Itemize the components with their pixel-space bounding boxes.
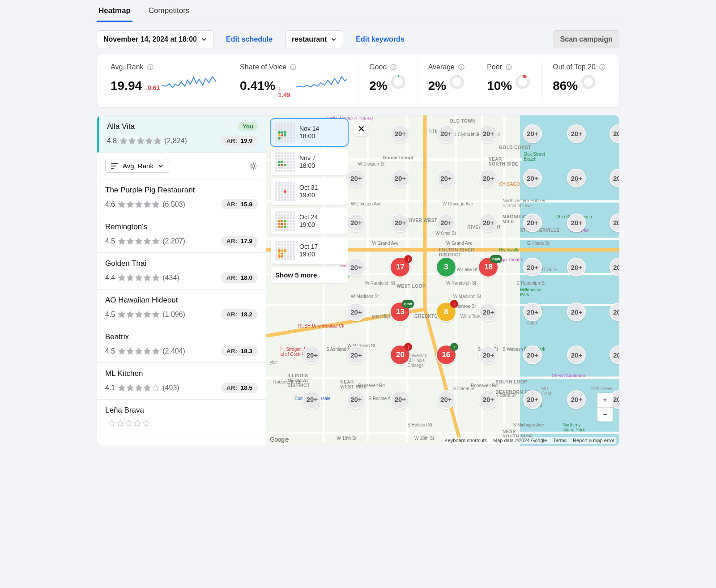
zoom-in-button[interactable]: + <box>597 393 613 407</box>
map-pin-out[interactable]: 20+ <box>391 169 409 187</box>
map-pin-out[interactable]: 20+ <box>347 258 366 277</box>
map-pin-out[interactable]: 20+ <box>523 169 542 187</box>
info-icon[interactable] <box>147 64 153 70</box>
business-list-item[interactable]: AO Hawaiian Hideout 4.5 (1,096) AR: 18.2 <box>97 290 266 326</box>
business-list-item[interactable]: Alla Vita You 4.8 (2,824) AR: 19.9 <box>97 115 266 153</box>
svg-point-9 <box>392 76 404 88</box>
map-pin-out[interactable]: 20+ <box>523 390 542 409</box>
zoom-out-button[interactable]: − <box>597 407 613 422</box>
map-footer: Keyboard shortcuts Map data ©2024 Google… <box>443 437 616 444</box>
map-pin-out[interactable]: 20+ <box>391 390 409 409</box>
terms-link[interactable]: Terms <box>553 438 567 443</box>
map-pin-out[interactable]: 20+ <box>567 345 586 364</box>
map-pin-out[interactable]: 20+ <box>303 390 321 409</box>
map-pin-rank[interactable]: 3 <box>436 257 456 277</box>
business-list-item[interactable]: ML Kitchen 4.1 (493) AR: 18.5 <box>97 363 266 400</box>
business-list-item[interactable]: The Purple Pig Restaurant 4.6 (6,503) AR… <box>97 179 266 216</box>
donut-icon <box>580 74 597 90</box>
business-list-item[interactable]: Leña Brava <box>97 400 266 434</box>
edit-keywords-link[interactable]: Edit keywords <box>349 31 410 48</box>
tab-heatmap[interactable]: Heatmap <box>97 0 132 22</box>
close-history-button[interactable]: ✕ <box>354 122 368 136</box>
map-pin-out[interactable]: 20+ <box>567 258 586 277</box>
map-pin-out[interactable]: 20+ <box>347 169 366 187</box>
map-pin-out[interactable]: 20+ <box>523 345 542 364</box>
rating-value: 4.5 <box>105 237 115 245</box>
map-pin-out[interactable]: 20+ <box>347 345 366 364</box>
map-pin-out[interactable]: 20+ <box>479 303 498 321</box>
svg-rect-23 <box>602 67 602 68</box>
keyword-picker[interactable]: restaurant <box>285 30 343 48</box>
map-pin-rank[interactable]: 13new <box>390 302 410 322</box>
review-count: (6,503) <box>162 200 185 209</box>
pin-badge-down: ↓ <box>404 255 412 263</box>
map-pin-out[interactable]: 20+ <box>303 345 321 364</box>
info-icon[interactable] <box>458 64 465 70</box>
rating-block: 4.5 (2,404) <box>105 347 185 355</box>
svg-point-25 <box>252 165 255 167</box>
map-pin-out[interactable]: 20+ <box>347 390 366 409</box>
business-list-item[interactable]: Remington's 4.5 (2,207) AR: 17.9 <box>97 216 266 253</box>
info-icon[interactable] <box>599 64 605 70</box>
history-item[interactable]: Oct 1719:00 <box>271 237 348 264</box>
stars-icon <box>118 347 160 355</box>
business-list-item[interactable]: Golden Thai 4.4 (434) AR: 18.0 <box>97 253 266 290</box>
scan-campaign-button[interactable]: Scan campaign <box>554 30 619 48</box>
review-count: (493) <box>162 384 179 392</box>
map-pin-rank[interactable]: 8↓ <box>436 302 456 322</box>
map-pin-out[interactable]: 20+ <box>523 213 542 232</box>
business-list-item[interactable]: Beatrix 4.5 (2,404) AR: 18.3 <box>97 326 266 363</box>
map-pin-out[interactable]: 20+ <box>523 124 542 143</box>
map[interactable]: OLD TOWNGOLD COASTNEARNORTH SIDEGoose Is… <box>266 115 619 446</box>
map-pin-out[interactable]: 20+ <box>567 303 586 321</box>
history-date-label: Nov 718:00 <box>299 154 316 170</box>
date-picker[interactable]: November 14, 2024 at 18:00 <box>97 30 213 48</box>
metric-poor: Poor 10% <box>476 60 541 101</box>
metric-value: 2% <box>369 79 387 93</box>
history-item[interactable]: Oct 3119:00 <box>271 178 348 205</box>
info-icon[interactable] <box>290 64 296 70</box>
map-pin-out[interactable]: 20+ <box>567 390 586 409</box>
tab-competitors[interactable]: Competitors <box>147 0 192 22</box>
ar-pill: AR: 19.9 <box>221 136 258 146</box>
map-pin-out[interactable]: 20+ <box>479 124 498 143</box>
map-pin-rank[interactable]: 20↓ <box>390 345 410 365</box>
history-item[interactable]: Nov 1418:00 <box>271 119 348 146</box>
sort-button[interactable]: Avg. Rank <box>105 159 169 173</box>
map-pin-rank[interactable]: 16↑ <box>436 345 456 365</box>
map-pin-out[interactable]: 20+ <box>391 124 409 143</box>
map-pin-out[interactable]: 20+ <box>479 390 498 409</box>
map-pin-out[interactable]: 20+ <box>437 213 456 232</box>
map-pin-out[interactable]: 20+ <box>523 303 542 321</box>
map-pin-out[interactable]: 20+ <box>567 124 586 143</box>
map-pin-out[interactable]: 20+ <box>347 213 366 232</box>
map-pin-out[interactable]: 20+ <box>479 345 498 364</box>
rating-value: 4.5 <box>105 311 115 319</box>
map-pin-out[interactable]: 20+ <box>567 169 586 187</box>
report-error-link[interactable]: Report a map error <box>573 438 614 443</box>
keyboard-shortcuts-link[interactable]: Keyboard shortcuts <box>444 438 487 443</box>
map-pin-out[interactable]: 20+ <box>479 213 498 232</box>
info-icon[interactable] <box>506 64 512 70</box>
history-thumb-icon <box>275 211 295 231</box>
history-thumb-icon <box>275 182 295 201</box>
history-item[interactable]: Nov 718:00 <box>271 149 348 175</box>
map-pin-out[interactable]: 20+ <box>437 390 456 409</box>
info-icon[interactable] <box>390 64 396 70</box>
map-pin-rank[interactable]: 18new <box>478 257 499 277</box>
edit-schedule-link[interactable]: Edit schedule <box>220 31 279 48</box>
gear-icon[interactable] <box>249 162 258 170</box>
map-pin-out[interactable]: 20+ <box>523 258 542 277</box>
map-pin-out[interactable]: 20+ <box>437 169 456 187</box>
map-pin-rank[interactable]: 17↓ <box>390 257 410 277</box>
map-pin-out[interactable]: 20+ <box>479 169 498 187</box>
history-item[interactable]: Oct 2419:00 <box>271 208 348 234</box>
metric-delta: ↓0.61 <box>145 84 160 91</box>
map-pin-out[interactable]: 20+ <box>391 213 409 232</box>
map-pin-out[interactable]: 20+ <box>437 124 456 143</box>
map-pin-out[interactable]: 20+ <box>567 213 586 232</box>
map-pin-out[interactable]: 20+ <box>347 303 366 321</box>
history-show-more[interactable]: Show 5 more <box>271 267 348 283</box>
svg-point-14 <box>451 76 463 88</box>
business-sidebar: Alla Vita You 4.8 (2,824) AR: 19.9 Avg. … <box>97 115 266 446</box>
